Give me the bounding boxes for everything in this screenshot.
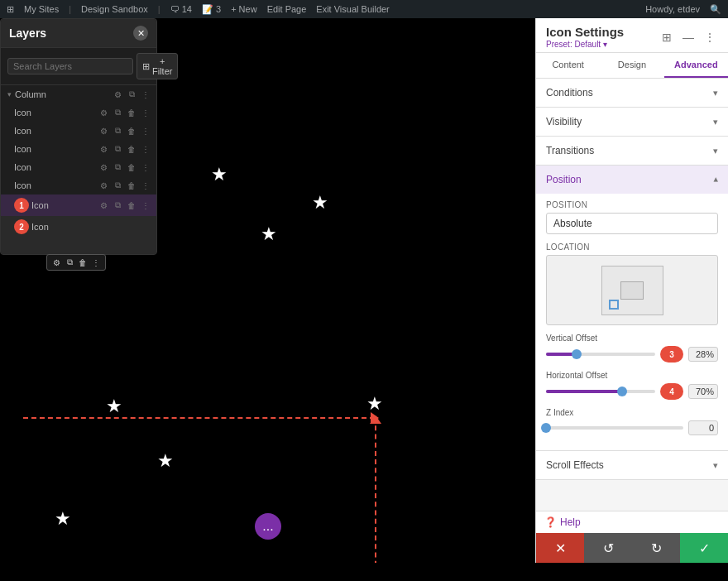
visibility-header[interactable]: Visibility ▾ [536, 108, 728, 136]
tab-content[interactable]: Content [536, 53, 600, 78]
comments-count[interactable]: 🗨 14 [170, 4, 192, 14]
redo-button[interactable]: ↻ [632, 533, 680, 563]
scroll-effects-header[interactable]: Scroll Effects ▾ [536, 451, 728, 479]
toolbar-trash-icon[interactable]: 🗑 [77, 257, 89, 268]
icon-4-settings[interactable]: ⚙ [98, 161, 109, 173]
float-button-label: ... [262, 519, 273, 534]
layers-search-input[interactable] [7, 58, 133, 74]
icon-2-more[interactable]: ⋮ [140, 125, 151, 137]
layer-icon-7[interactable]: 2 Icon ⚙ ⧉ 🗑 ⋮ [1, 216, 156, 254]
icon-2-trash[interactable]: 🗑 [126, 125, 137, 137]
z-index-track[interactable] [546, 426, 683, 430]
horizontal-offset-fill [546, 390, 622, 393]
layer-icon-4[interactable]: Icon ⚙ ⧉ 🗑 ⋮ [1, 158, 156, 176]
z-index-thumb[interactable] [541, 423, 551, 433]
my-sites-link[interactable]: My Sites [24, 4, 59, 14]
column-more-icon[interactable]: ⋮ [140, 89, 151, 100]
icon-6-trash[interactable]: 🗑 [126, 199, 137, 211]
icon-1-trash[interactable]: 🗑 [126, 107, 137, 118]
horizontal-offset-track[interactable] [546, 390, 655, 393]
tab-advanced[interactable]: Advanced [664, 53, 728, 78]
icon-2-settings[interactable]: ⚙ [98, 125, 109, 137]
star-3: ★ [261, 225, 277, 243]
wp-logo[interactable]: ⊞ [7, 4, 14, 15]
column-clone-icon[interactable]: ⧉ [126, 89, 137, 100]
items-count[interactable]: 📝 3 [202, 4, 221, 15]
transitions-header[interactable]: Transitions ▾ [536, 137, 728, 165]
position-field-label: Position [546, 200, 718, 209]
horizontal-offset-value[interactable]: 70% [688, 384, 718, 399]
layer-icon-1[interactable]: Icon ⚙ ⧉ 🗑 ⋮ [1, 103, 156, 122]
icon-6-settings[interactable]: ⚙ [98, 199, 109, 211]
icon-4-trash[interactable]: 🗑 [126, 161, 137, 173]
position-header[interactable]: Position ▾ [536, 166, 728, 194]
panel-bottom-bar: ❓ Help [536, 511, 728, 533]
icon-1-more[interactable]: ⋮ [140, 107, 151, 118]
icon-6-clone[interactable]: ⧉ [112, 199, 123, 211]
toolbar-more-icon[interactable]: ⋮ [90, 257, 102, 268]
toolbar-clone-icon[interactable]: ⧉ [64, 257, 75, 268]
new-button[interactable]: + New [231, 4, 257, 14]
icon-3-more[interactable]: ⋮ [140, 143, 151, 155]
position-title: Position [546, 174, 582, 185]
column-settings-icon[interactable]: ⚙ [112, 89, 123, 100]
save-button[interactable]: ✓ [680, 533, 728, 563]
position-select[interactable]: Absolute Static Relative Fixed [546, 213, 718, 234]
panel-settings-icon[interactable]: ⊞ [659, 29, 675, 46]
layer-icon-3[interactable]: Icon ⚙ ⧉ 🗑 ⋮ [1, 140, 156, 158]
tab-design[interactable]: Design [600, 53, 663, 78]
icon-5-clone[interactable]: ⧉ [112, 180, 123, 191]
design-sandbox-link[interactable]: Design Sandbox [81, 4, 148, 14]
z-index-value[interactable]: 0 [688, 420, 718, 435]
layer-column-item[interactable]: ▾ Column ⚙ ⧉ ⋮ [1, 85, 156, 103]
cancel-button[interactable]: ✕ [536, 533, 584, 563]
panel-header-icons: ⊞ — ⋮ [659, 29, 718, 46]
layers-close-button[interactable]: ✕ [133, 26, 148, 41]
layers-filter-button[interactable]: ⊞ + Filter [136, 53, 178, 79]
help-label: Help [560, 516, 581, 528]
scroll-effects-section: Scroll Effects ▾ [536, 451, 728, 480]
icon-1-settings[interactable]: ⚙ [98, 107, 109, 118]
vertical-offset-value[interactable]: 28% [688, 347, 718, 362]
undo-button[interactable]: ↺ [584, 533, 632, 563]
conditions-header[interactable]: Conditions ▾ [536, 79, 728, 107]
admin-bar: ⊞ My Sites | Design Sandbox | 🗨 14 📝 3 +… [0, 0, 728, 18]
horizontal-offset-thumb[interactable] [617, 387, 627, 396]
star-5[interactable]: ★ [366, 395, 383, 413]
icon-5-settings[interactable]: ⚙ [98, 180, 109, 191]
toolbar-settings-icon[interactable]: ⚙ [50, 257, 62, 268]
icon-5-more[interactable]: ⋮ [140, 180, 151, 191]
howdy-text: Howdy, etdev [645, 4, 700, 14]
icon-3-clone[interactable]: ⧉ [112, 143, 123, 155]
right-panel: Icon Settings Preset: Default ▾ ⊞ — ⋮ Co… [535, 18, 728, 563]
filter-label: + Filter [152, 56, 172, 76]
z-index-track-row: 0 [546, 420, 718, 435]
edit-page-link[interactable]: Edit Page [267, 4, 307, 14]
location-grid[interactable] [546, 255, 718, 325]
layer-icon-5[interactable]: Icon ⚙ ⧉ 🗑 ⋮ [1, 176, 156, 194]
position-section: Position ▾ Position Absolute Static Rela… [536, 166, 728, 451]
help-link[interactable]: ❓ Help [544, 516, 581, 528]
exit-vb-link[interactable]: Exit Visual Builder [316, 4, 389, 14]
icon-3-trash[interactable]: 🗑 [126, 143, 137, 155]
redo-icon: ↻ [651, 540, 662, 556]
panel-minimize-icon[interactable]: — [680, 29, 697, 46]
icon-4-clone[interactable]: ⧉ [112, 161, 123, 173]
conditions-title: Conditions [546, 87, 593, 98]
float-button[interactable]: ... [255, 513, 281, 540]
panel-more-icon[interactable]: ⋮ [702, 29, 718, 46]
search-bar-icon[interactable]: 🔍 [710, 4, 721, 15]
icon-4-more[interactable]: ⋮ [140, 161, 151, 173]
icon-5-trash[interactable]: 🗑 [126, 180, 137, 191]
icon-3-settings[interactable]: ⚙ [98, 143, 109, 155]
layer-icon-2[interactable]: Icon ⚙ ⧉ 🗑 ⋮ [1, 122, 156, 140]
icon-2-clone[interactable]: ⧉ [112, 125, 123, 137]
vertical-offset-track[interactable] [546, 353, 655, 356]
icon-6-more[interactable]: ⋮ [140, 199, 151, 211]
canvas-area[interactable]: ★ ★ ★ ★ ★ ★ ★ ... Layers ✕ ⊞ + Filte [0, 18, 535, 563]
icon-1-clone[interactable]: ⧉ [112, 107, 123, 118]
vertical-offset-thumb[interactable] [572, 349, 582, 359]
layer-icon-6[interactable]: 1 Icon ⚙ ⧉ 🗑 ⋮ [1, 194, 156, 216]
horizontal-offset-badge: 4 [660, 383, 683, 400]
panel-preset[interactable]: Preset: Default ▾ [546, 40, 624, 49]
